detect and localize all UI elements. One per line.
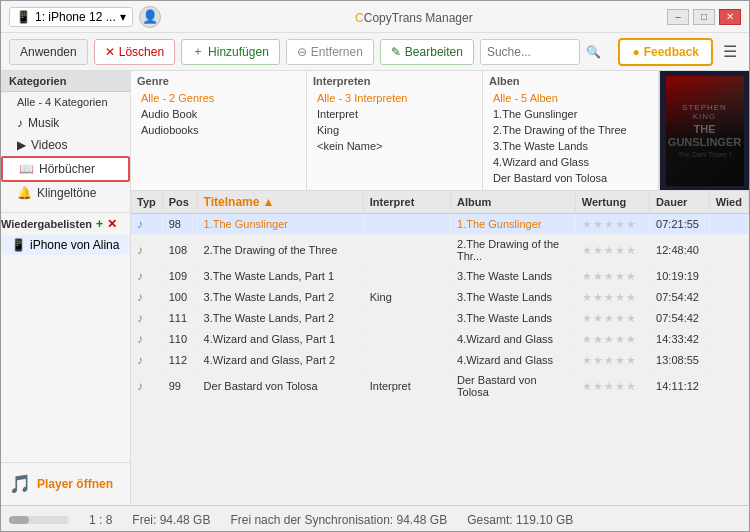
table-row[interactable]: ♪ 109 3.The Waste Lands, Part 1 3.The Wa… xyxy=(131,266,749,287)
add-button[interactable]: ＋ Hinzufügen xyxy=(181,39,280,65)
interpreten-all[interactable]: Alle - 3 Interpreten xyxy=(313,90,476,106)
sidebar-item-videos[interactable]: ▶ Videos xyxy=(1,134,130,156)
interpreten-title: Interpreten xyxy=(313,75,476,87)
col-duration[interactable]: Dauer xyxy=(650,191,710,214)
music-label: Musik xyxy=(28,116,59,130)
sidebar-item-music[interactable]: ♪ Musik xyxy=(1,112,130,134)
cell-extra xyxy=(709,266,748,287)
alben-title: Alben xyxy=(489,75,652,87)
content-area: Genre Alle - 2 Genres Audio Book Audiobo… xyxy=(131,71,749,505)
cell-rating[interactable]: ★★★★★ xyxy=(575,287,649,308)
cell-artist xyxy=(363,350,450,371)
track-table: Typ Pos Titelname ▲ Interpret Album Wert… xyxy=(131,191,749,505)
col-extra[interactable]: Wied xyxy=(709,191,748,214)
device-name: 1: iPhone 12 ... xyxy=(35,10,116,24)
table-row[interactable]: ♪ 100 3.The Waste Lands, Part 2 King 3.T… xyxy=(131,287,749,308)
edit-button[interactable]: ✎ Bearbeiten xyxy=(380,39,474,65)
player-icon: 🎵 xyxy=(9,473,31,495)
cell-extra xyxy=(709,329,748,350)
hamburger-menu-icon[interactable]: ☰ xyxy=(719,42,741,61)
cell-album: 4.Wizard and Glass xyxy=(451,350,576,371)
feedback-button[interactable]: ● Feedback xyxy=(618,38,713,66)
table-row[interactable]: ♪ 111 3.The Waste Lands, Part 2 3.The Wa… xyxy=(131,308,749,329)
col-rating[interactable]: Wertung xyxy=(575,191,649,214)
alben-wizard[interactable]: 4.Wizard and Glass xyxy=(489,154,652,170)
sidebar-item-audiobooks[interactable]: 📖 Hörbücher xyxy=(1,156,130,182)
interpreten-none[interactable]: <kein Name> xyxy=(313,138,476,154)
genre-all[interactable]: Alle - 2 Genres xyxy=(137,90,300,106)
cell-rating[interactable]: ★★★★★ xyxy=(575,266,649,287)
sidebar-item-ringtones[interactable]: 🔔 Klingeltöne xyxy=(1,182,130,204)
apply-button[interactable]: Anwenden xyxy=(9,39,88,65)
title-bar-left: 📱 1: iPhone 12 ... ▾ 👤 xyxy=(9,6,161,28)
cell-title: 4.Wizard and Glass, Part 1 xyxy=(197,329,363,350)
playlist-close-button[interactable]: ✕ xyxy=(107,217,117,231)
cell-title: 3.The Waste Lands, Part 1 xyxy=(197,266,363,287)
minimize-button[interactable]: – xyxy=(667,9,689,25)
cell-rating[interactable]: ★★★★★ xyxy=(575,214,649,235)
close-button[interactable]: ✕ xyxy=(719,9,741,25)
cell-pos: 112 xyxy=(162,350,197,371)
col-artist[interactable]: Interpret xyxy=(363,191,450,214)
cell-duration: 07:54:42 xyxy=(650,287,710,308)
app-title: CCopyTrans Manager xyxy=(355,9,473,25)
cell-artist xyxy=(363,308,450,329)
cell-type: ♪ xyxy=(131,308,162,329)
cell-rating[interactable]: ★★★★★ xyxy=(575,329,649,350)
alben-wastelands[interactable]: 3.The Waste Lands xyxy=(489,138,652,154)
delete-button[interactable]: ✕ Löschen xyxy=(94,39,175,65)
cell-rating[interactable]: ★★★★★ xyxy=(575,350,649,371)
video-icon: ▶ xyxy=(17,138,26,152)
cell-title: 3.The Waste Lands, Part 2 xyxy=(197,287,363,308)
search-input[interactable] xyxy=(480,39,580,65)
total-space: Gesamt: 119.10 GB xyxy=(467,513,573,527)
genre-audiobooks[interactable]: Audiobooks xyxy=(137,122,300,138)
cell-pos: 99 xyxy=(162,371,197,402)
playlist-header: Wiedergabelisten + ✕ xyxy=(1,217,130,231)
edit-label: Bearbeiten xyxy=(405,45,463,59)
device-selector[interactable]: 📱 1: iPhone 12 ... ▾ xyxy=(9,7,133,27)
col-pos[interactable]: Pos xyxy=(162,191,197,214)
pagination: 1 : 8 xyxy=(89,513,112,527)
maximize-button[interactable]: □ xyxy=(693,9,715,25)
cell-extra xyxy=(709,371,748,402)
col-title[interactable]: Titelname ▲ xyxy=(197,191,363,214)
book-author: STEPHEN KING xyxy=(670,103,740,121)
alben-bastard[interactable]: Der Bastard von Tolosa xyxy=(489,170,652,186)
table-row[interactable]: ♪ 99 Der Bastard von Tolosa Interpret De… xyxy=(131,371,749,402)
remove-button[interactable]: ⊖ Entfernen xyxy=(286,39,374,65)
sidebar-item-all[interactable]: Alle - 4 Kategorien xyxy=(1,92,130,112)
alben-gunslinger[interactable]: 1.The Gunslinger xyxy=(489,106,652,122)
cell-rating[interactable]: ★★★★★ xyxy=(575,371,649,402)
cell-type: ♪ xyxy=(131,350,162,371)
cell-album: 2.The Drawing of the Thr... xyxy=(451,235,576,266)
cell-album: 4.Wizard and Glass xyxy=(451,329,576,350)
table-row[interactable]: ♪ 108 2.The Drawing of the Three 2.The D… xyxy=(131,235,749,266)
account-button[interactable]: 👤 xyxy=(139,6,161,28)
playlist-item-iphone[interactable]: 📱 iPhone von Alina xyxy=(1,235,130,255)
genre-title: Genre xyxy=(137,75,300,87)
table-row[interactable]: ♪ 112 4.Wizard and Glass, Part 2 4.Wizar… xyxy=(131,350,749,371)
title-bar: 📱 1: iPhone 12 ... ▾ 👤 CCopyTrans Manage… xyxy=(1,1,749,33)
cell-duration: 13:08:55 xyxy=(650,350,710,371)
col-type[interactable]: Typ xyxy=(131,191,162,214)
alben-drawing[interactable]: 2.The Drawing of the Three xyxy=(489,122,652,138)
cell-rating[interactable]: ★★★★★ xyxy=(575,308,649,329)
remove-icon: ⊖ xyxy=(297,45,307,59)
alben-all[interactable]: Alle - 5 Alben xyxy=(489,90,652,106)
search-icon[interactable]: 🔍 xyxy=(586,45,601,59)
cell-rating[interactable]: ★★★★★ xyxy=(575,235,649,266)
col-album[interactable]: Album xyxy=(451,191,576,214)
interpreten-interpret[interactable]: Interpret xyxy=(313,106,476,122)
cell-pos: 110 xyxy=(162,329,197,350)
table-row[interactable]: ♪ 110 4.Wizard and Glass, Part 1 4.Wizar… xyxy=(131,329,749,350)
music-icon: ♪ xyxy=(17,116,23,130)
table-row[interactable]: ♪ 98 1.The Gunslinger 1.The Gunslinger ★… xyxy=(131,214,749,235)
genre-audiobook[interactable]: Audio Book xyxy=(137,106,300,122)
cell-album: 3.The Waste Lands xyxy=(451,266,576,287)
playlist-add-button[interactable]: + xyxy=(96,217,103,231)
player-open-button[interactable]: 🎵 Player öffnen xyxy=(9,473,122,495)
interpreten-king[interactable]: King xyxy=(313,122,476,138)
scroll-area[interactable] xyxy=(9,516,69,524)
cell-extra xyxy=(709,350,748,371)
